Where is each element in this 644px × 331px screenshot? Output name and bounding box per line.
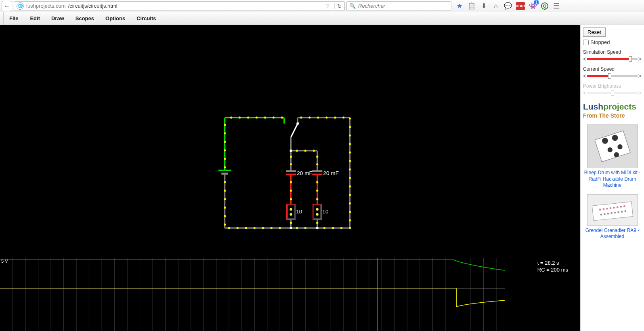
svg-point-40 [271,227,273,229]
svg-point-66 [300,116,302,118]
lushprojects-logo[interactable]: Lushprojects [583,102,642,112]
url-bar[interactable]: 🌐 lushprojects.com/circuitjs/circuitjs.h… [14,1,345,11]
svg-point-32 [289,227,292,229]
svg-point-98 [224,149,226,151]
svg-point-30 [316,213,319,215]
product-1[interactable]: Bleep Drum with MIDI kit - RadFi Hackabl… [583,124,642,189]
chevron-left-icon[interactable]: < [583,73,586,79]
svg-point-88 [230,116,232,118]
svg-point-11 [296,122,299,125]
svg-point-58 [349,134,351,136]
svg-point-68 [224,190,226,192]
scope-y-label: 5 V [1,259,8,264]
svg-point-90 [247,116,249,118]
arrow-left-icon: ← [4,2,10,10]
svg-point-37 [245,227,247,229]
home-icon[interactable]: ⌂ [492,2,500,10]
qwant-icon[interactable]: Q [541,2,548,10]
reset-button[interactable]: Reset [583,27,606,37]
reload-icon[interactable]: ↻ [334,3,342,9]
clipboard-icon[interactable]: 📋 [468,2,476,10]
svg-point-73 [296,150,298,152]
hamburger-menu-icon[interactable]: ☰ [552,2,560,10]
dropdown-icon[interactable]: ▽ [326,4,332,8]
svg-point-79 [316,163,318,165]
svg-point-165 [624,210,626,212]
svg-point-53 [349,177,351,179]
circuit-canvas[interactable]: 20 mF 20 mF 10 10 5 V [0,25,580,331]
product-link[interactable]: Grendel Grenadier RA9 - Assembled [583,228,642,240]
svg-point-85 [316,198,318,200]
svg-point-158 [600,213,602,215]
chevron-left-icon[interactable]: < [583,56,586,62]
svg-rect-22 [287,204,295,219]
chevron-left-icon: < [583,90,586,96]
svg-point-29 [316,208,319,211]
svg-point-153 [609,207,611,209]
chevron-right-icon: > [638,90,642,96]
svg-point-50 [349,202,351,205]
svg-point-51 [349,194,351,196]
svg-point-155 [616,206,618,208]
menu-draw[interactable]: Draw [46,12,70,25]
search-bar[interactable]: 🔍 [346,1,451,11]
product-2[interactable]: Grendel Grenadier RA9 - Assembled [583,194,642,240]
store-heading: From The Store [583,112,642,119]
svg-point-89 [239,116,241,118]
bookmark-star-icon[interactable]: ★ [455,2,464,10]
svg-point-43 [304,227,306,229]
menu-scopes[interactable]: Scopes [70,12,100,25]
svg-point-160 [607,213,609,215]
cap1-label: 20 mF [297,170,313,176]
chevron-right-icon[interactable]: > [638,73,642,79]
svg-point-49 [349,211,351,213]
menu-circuits[interactable]: Circuits [131,12,162,25]
svg-point-87 [316,222,318,224]
menu-file[interactable]: File [3,12,24,25]
sidebar: Reset Stopped Simulation Speed < > Curre… [580,25,644,331]
svg-point-164 [621,211,623,213]
back-button[interactable]: ← [2,1,12,11]
svg-point-44 [323,227,325,229]
res2-label: 10 [322,209,329,215]
product-image [587,194,638,226]
search-input[interactable] [358,3,449,9]
menu-options[interactable]: Options [100,12,131,25]
svg-point-54 [349,169,351,171]
slider-power-brightness: < > [583,90,642,96]
svg-rect-28 [314,205,321,219]
stopped-label: Stopped [590,39,610,45]
svg-point-83 [316,181,318,183]
robot-icon[interactable]: 👾1 [529,2,537,10]
svg-point-91 [256,116,258,118]
search-icon: 🔍 [349,3,356,9]
svg-point-156 [620,206,622,208]
product-image [587,124,638,168]
chevron-right-icon[interactable]: > [638,56,642,62]
adblock-icon[interactable]: ABP▾ [516,2,525,10]
svg-point-145 [612,135,618,141]
svg-rect-23 [287,205,294,219]
menu-edit[interactable]: Edit [24,12,46,25]
scope-area[interactable]: 5 V t = 28.2 s RC = 200 ms [0,258,580,331]
svg-point-80 [290,181,292,183]
cap2-label: 20 mF [323,170,339,176]
slider-sim-speed[interactable]: < > [583,56,642,62]
svg-point-152 [606,208,608,210]
download-icon[interactable]: ⬇ [480,2,488,10]
url-path: /circuitjs/circuitjs.html [68,3,117,9]
svg-rect-143 [595,131,630,162]
svg-point-56 [349,152,351,154]
product-link[interactable]: Bleep Drum with MIDI kit - RadFi Hackabl… [583,170,642,189]
slider-label-cur: Current Speed [583,66,642,72]
svg-point-62 [334,116,336,118]
svg-point-82 [290,198,292,200]
slider-current-speed[interactable]: < > [583,73,642,79]
svg-point-99 [224,158,226,160]
svg-point-72 [224,223,226,226]
svg-point-146 [607,147,612,152]
chat-icon[interactable]: 💬 [504,2,512,10]
svg-point-78 [316,156,318,158]
svg-point-33 [316,227,319,229]
stopped-checkbox[interactable] [583,40,589,45]
